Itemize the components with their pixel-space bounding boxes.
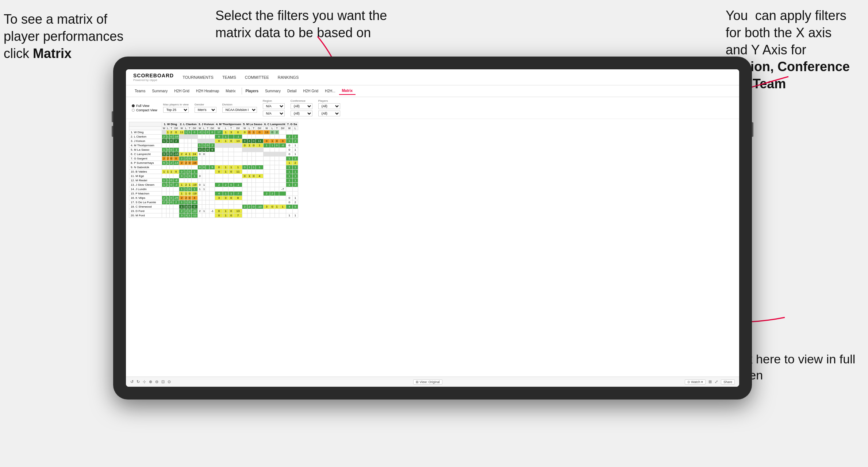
view-original-btn[interactable]: ⊞ View: Original (413, 379, 442, 385)
cell-0-11: 0 (210, 130, 215, 135)
cell-12-19 (256, 183, 263, 187)
filter-region-x-select[interactable]: N/A (263, 103, 285, 109)
sub-nav-summary[interactable]: Summary (149, 88, 170, 94)
filter-players-y-select[interactable]: (All) (318, 111, 340, 116)
sub-nav-h2h-grid2[interactable]: H2H Grid (300, 88, 322, 94)
cell-19-2 (170, 213, 173, 218)
cell-17-8 (197, 205, 202, 209)
cell-1-25: 2 (293, 135, 298, 139)
tablet-volume-up-button[interactable] (112, 111, 113, 122)
sh-t6: T (274, 127, 279, 130)
nav-tournaments[interactable]: TOURNAMENTS (183, 74, 214, 81)
cell-11-7 (191, 178, 197, 183)
toolbar-zoom-in[interactable]: ⊕ (149, 379, 152, 384)
cell-1-22 (274, 135, 279, 139)
toolbar-fullscreen-btn[interactable]: ⤢ (715, 379, 718, 384)
cell-13-7: 1 (191, 187, 197, 192)
sub-nav-players[interactable]: Players (242, 88, 262, 94)
cell-2-10 (206, 139, 210, 143)
cell-12-2: 0 (170, 183, 173, 187)
nav-rankings[interactable]: RANKINGS (278, 74, 299, 81)
sub-nav-matrix2[interactable]: Matrix (339, 87, 356, 95)
filter-division-select[interactable]: NCAA Division I (222, 107, 257, 113)
tablet-power-button[interactable] (752, 122, 753, 137)
cell-11-9 (202, 178, 206, 183)
nav-teams[interactable]: TEAMS (222, 74, 236, 81)
sub-nav-h2h-heatmap[interactable]: H2H Heatmap (193, 88, 222, 94)
cell-17-1 (166, 205, 169, 209)
cell-10-7: 1 (191, 174, 197, 178)
cell-4-12 (215, 148, 223, 152)
cell-17-14 (228, 205, 234, 209)
cell-12-25: 3 (293, 183, 298, 187)
toolbar-redo[interactable]: ↻ (137, 379, 140, 384)
cell-13-22 (274, 187, 279, 192)
cell-12-4: 1 (179, 183, 184, 187)
cell-16-7: -8 (191, 200, 197, 205)
sub-nav-summary2[interactable]: Summary (262, 88, 284, 94)
toolbar-settings[interactable]: ⊙ (168, 379, 171, 384)
cell-10-19: 4 (256, 174, 263, 178)
cell-14-14: 1 (228, 192, 234, 196)
cell-0-7: 0 (191, 130, 197, 135)
sub-nav-h2h2[interactable]: H2H... (322, 88, 338, 94)
toolbar-cursor[interactable]: ⊹ (143, 379, 146, 384)
cell-12-6: 1 (188, 183, 192, 187)
cell-4-4 (179, 148, 184, 152)
toolbar-fit[interactable]: ⊡ (161, 379, 165, 384)
cell-6-18 (251, 157, 256, 161)
cell-6-3: 0 (173, 157, 179, 161)
tablet-volume-down-button[interactable] (112, 126, 113, 137)
cell-11-21 (270, 178, 275, 183)
cell-7-18 (251, 161, 256, 165)
cell-2-16: 0 (242, 139, 247, 143)
cell-3-18: 0 (251, 143, 256, 148)
cell-7-3: -14 (173, 161, 179, 165)
cell-0-9: 1 (202, 130, 206, 135)
cell-2-4 (179, 139, 184, 143)
full-view-radio[interactable] (132, 104, 135, 107)
filter-conference-x-select[interactable]: (All) (291, 103, 312, 109)
full-view-option[interactable]: Full View (132, 104, 157, 108)
cell-3-12 (215, 143, 223, 148)
cell-2-5 (184, 139, 188, 143)
filter-players-x-select[interactable]: (All) (318, 103, 340, 109)
toolbar-screen-btn[interactable]: ⊞ (708, 379, 712, 384)
cell-9-23 (279, 170, 286, 174)
filter-region-y-select[interactable]: N/A (263, 111, 285, 116)
cell-7-19 (256, 161, 263, 165)
cell-2-22: 0 (274, 139, 279, 143)
filter-gender-select[interactable]: Men's (195, 107, 216, 113)
filter-gender: Gender Men's (195, 103, 216, 113)
filter-max-players-select[interactable]: Top 25 (163, 107, 189, 113)
toolbar-zoom-out[interactable]: ⊖ (155, 379, 158, 384)
filter-conference-y-select[interactable]: (All) (291, 111, 312, 116)
compact-view-label: Compact View (136, 108, 157, 112)
cell-3-10: 0 (206, 143, 210, 148)
cell-19-10 (206, 213, 210, 218)
cell-15-0: 2 (162, 196, 166, 200)
cell-7-16 (242, 161, 247, 165)
cell-5-22 (274, 152, 279, 157)
compact-view-radio[interactable] (132, 109, 135, 112)
cell-15-24: 0 (286, 196, 293, 200)
compact-view-option[interactable]: Compact View (132, 108, 157, 112)
cell-7-5: 2 (184, 161, 188, 165)
cell-14-13: 1 (223, 192, 228, 196)
toolbar-undo[interactable]: ↺ (130, 379, 134, 384)
cell-6-17 (247, 157, 252, 161)
sub-nav-detail[interactable]: Detail (284, 88, 300, 94)
cell-3-2 (170, 143, 173, 148)
share-btn[interactable]: Share (721, 379, 735, 385)
cell-12-3: -3 (173, 183, 179, 187)
nav-committee[interactable]: COMMITTEE (245, 74, 269, 81)
cell-6-2: 0 (170, 157, 173, 161)
sub-nav-matrix[interactable]: Matrix (223, 88, 238, 94)
watch-btn[interactable]: ⊙ Watch ▾ (685, 379, 706, 385)
sub-nav-h2h-grid[interactable]: H2H Grid (171, 88, 192, 94)
view-toggle: Full View Compact View (132, 104, 157, 112)
filters-row: Full View Compact View Max players in vi… (126, 97, 739, 119)
cell-6-7: -15 (191, 157, 197, 161)
cell-10-10 (206, 174, 210, 178)
sub-nav-teams[interactable]: Teams (132, 88, 148, 94)
